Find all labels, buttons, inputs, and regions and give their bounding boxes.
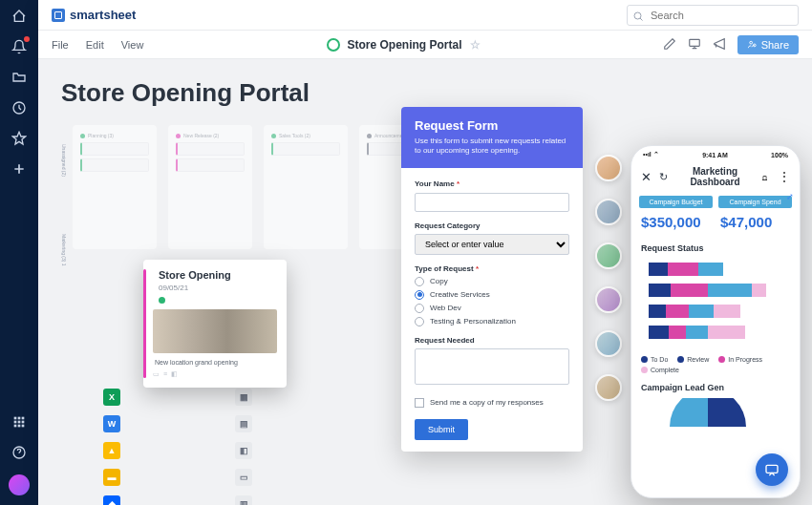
brand-logo[interactable]: smartsheet <box>52 8 136 22</box>
menu-bar: File Edit View Store Opening Portal ☆ Sh… <box>38 31 812 59</box>
signal-icon: ••ıl ⌃ <box>643 151 659 158</box>
card-title: Store Opening <box>159 269 277 281</box>
present-icon[interactable] <box>688 37 701 53</box>
collaborator-avatars <box>595 155 622 401</box>
radio-webdev[interactable]: Web Dev <box>415 304 569 313</box>
menu-edit[interactable]: Edit <box>86 39 104 51</box>
radio-copy[interactable]: Copy <box>415 277 569 286</box>
template-icon[interactable]: ▥ <box>235 495 252 505</box>
card-caption: New location grand opening <box>155 359 277 366</box>
radio-creative[interactable]: Creative Services <box>415 290 569 300</box>
close-icon[interactable]: ✕ <box>641 170 652 184</box>
card-detail-popup[interactable]: Store Opening 09/05/21 New location gran… <box>143 260 287 388</box>
home-icon[interactable] <box>11 8 28 25</box>
form-title: Request Form <box>415 118 569 133</box>
svg-rect-7 <box>14 425 17 428</box>
avatar[interactable] <box>595 199 622 225</box>
people-icon[interactable]: ⩍ <box>762 172 767 182</box>
excel-icon[interactable]: X <box>103 389 120 406</box>
global-search[interactable] <box>627 5 799 26</box>
board-column[interactable]: Planning (3) <box>73 125 157 249</box>
search-icon <box>632 9 644 26</box>
folder-file-icon[interactable]: ▬ <box>103 469 120 486</box>
metric-spend: Campaign Spend $47,000 <box>718 196 792 230</box>
mobile-preview: ••ıl ⌃ 9:41 AM 100% ✕ ↻ Marketing Dashbo… <box>630 145 801 498</box>
phone-battery: 100% <box>771 152 788 158</box>
status-icon <box>327 38 340 52</box>
card-image <box>153 309 277 353</box>
board-column[interactable]: New Release (2) <box>168 125 252 249</box>
phone-title: Marketing Dashboard <box>675 166 755 187</box>
add-icon[interactable] <box>11 160 28 178</box>
svg-rect-1 <box>14 417 17 420</box>
notifications-icon[interactable] <box>11 38 28 55</box>
folder-icon[interactable] <box>11 69 28 86</box>
metric-budget: Campaign Budget $350,000 <box>639 196 713 230</box>
recent-icon[interactable] <box>11 99 28 116</box>
avatar[interactable] <box>595 242 622 269</box>
left-nav-rail <box>0 0 38 505</box>
drive-icon[interactable]: ▲ <box>103 442 120 459</box>
menu-file[interactable]: File <box>52 39 69 51</box>
submit-button[interactable]: Submit <box>415 419 468 440</box>
category-select[interactable]: Select or enter value <box>415 234 569 255</box>
type-radios: Copy Creative Services Web Dev Testing &… <box>415 277 569 326</box>
dashboard-icon[interactable]: ◧ <box>235 442 252 459</box>
svg-point-13 <box>749 41 752 44</box>
word-icon[interactable]: W <box>103 415 120 432</box>
favorite-star-icon[interactable]: ☆ <box>470 38 481 52</box>
user-avatar[interactable] <box>9 474 30 495</box>
share-label: Share <box>761 39 789 51</box>
section-title: Request Status <box>641 243 790 253</box>
metric-value: $47,000 <box>718 214 792 230</box>
needed-label: Request Needed <box>415 336 569 345</box>
category-label: Request Category <box>415 221 569 230</box>
svg-rect-6 <box>22 421 25 424</box>
phone-status-bar: ••ıl ⌃ 9:41 AM 100% <box>631 146 800 163</box>
refresh-icon[interactable]: ↻ <box>659 171 668 183</box>
announce-icon[interactable] <box>713 37 726 53</box>
form-icon[interactable]: ▭ <box>235 469 252 486</box>
report-icon[interactable]: ▤ <box>235 415 252 432</box>
menu-view[interactable]: View <box>121 39 144 51</box>
svg-rect-12 <box>689 39 699 46</box>
edit-icon[interactable] <box>663 37 676 53</box>
name-label: Your Name * <box>415 179 569 188</box>
type-label: Type of Request * <box>415 264 569 273</box>
apps-icon[interactable] <box>11 413 28 431</box>
board-column[interactable]: Sales Tools (2) <box>264 125 348 249</box>
needed-textarea[interactable] <box>415 348 569 385</box>
lead-gen-chart <box>641 398 790 427</box>
brand-name: smartsheet <box>70 8 136 22</box>
radio-testing[interactable]: Testing & Personalization <box>415 317 569 326</box>
status-dot <box>159 297 165 304</box>
expand-icon[interactable]: ⤢ <box>786 192 794 201</box>
metric-value: $350,000 <box>639 214 713 230</box>
svg-point-11 <box>634 12 641 19</box>
avatar[interactable] <box>595 374 622 401</box>
name-input[interactable] <box>415 193 569 212</box>
dropbox-icon[interactable]: ◆ <box>103 495 120 505</box>
chat-fab[interactable] <box>756 453 788 486</box>
card-toolbar: ▭≡◧ <box>153 370 277 378</box>
avatar[interactable] <box>595 330 622 357</box>
share-button[interactable]: Share <box>737 35 799 54</box>
more-icon[interactable]: ⋮ <box>779 170 790 183</box>
page-title: Store Opening Portal <box>348 38 462 52</box>
card-date: 09/05/21 <box>159 284 277 292</box>
section-title: Campaign Lead Gen <box>641 383 790 392</box>
help-icon[interactable] <box>11 444 28 461</box>
svg-rect-15 <box>766 465 778 473</box>
svg-rect-5 <box>18 421 21 424</box>
search-input[interactable] <box>627 5 799 26</box>
favorites-icon[interactable] <box>11 130 28 147</box>
request-form-panel: Request Form Use this form to submit new… <box>401 107 583 452</box>
avatar[interactable] <box>595 155 622 181</box>
sheet-icon[interactable]: ▦ <box>235 389 252 406</box>
top-bar: smartsheet <box>38 0 812 31</box>
page-heading: Store Opening Portal <box>61 78 789 108</box>
kanban-boards: Planning (3) New Release (2) Sales Tools… <box>73 125 443 249</box>
send-copy-checkbox[interactable]: Send me a copy of my responses <box>415 398 569 408</box>
avatar[interactable] <box>595 286 622 313</box>
svg-rect-8 <box>18 425 21 428</box>
